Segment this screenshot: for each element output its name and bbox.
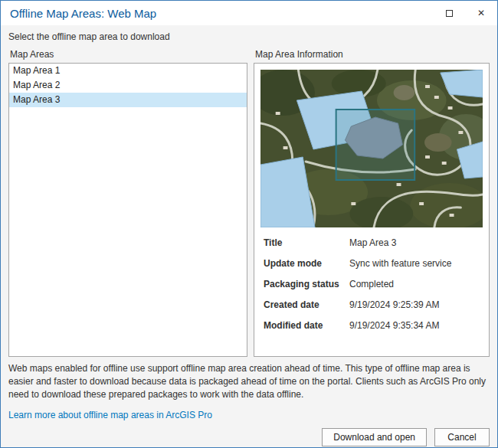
field-title: Title Map Area 3 xyxy=(264,237,480,248)
field-packaging-status-label: Packaging status xyxy=(264,279,349,289)
list-item-map-area-3[interactable]: Map Area 3 xyxy=(9,93,247,107)
info-fields: Title Map Area 3 Update mode Sync with f… xyxy=(260,237,483,331)
dialog-title: Offline Map Areas: Web Map xyxy=(10,7,156,20)
dialog-body: Select the offline map area to download … xyxy=(1,25,497,446)
field-created-date-label: Created date xyxy=(264,299,349,310)
field-update-mode-label: Update mode xyxy=(264,258,349,269)
cancel-button[interactable]: Cancel xyxy=(434,428,490,446)
list-item-map-area-1[interactable]: Map Area 1 xyxy=(9,64,247,78)
map-area-info-panel: Title Map Area 3 Update mode Sync with f… xyxy=(254,63,490,357)
map-area-info-column: Map Area Information xyxy=(254,49,490,357)
field-update-mode-value: Sync with feature service xyxy=(349,258,451,269)
field-title-label: Title xyxy=(264,237,349,248)
field-created-date: Created date 9/19/2024 9:25:39 AM xyxy=(264,299,480,310)
field-title-value: Map Area 3 xyxy=(349,237,396,248)
button-row: Download and open Cancel xyxy=(8,428,490,446)
maximize-icon xyxy=(446,10,453,17)
instruction-text: Select the offline map area to download xyxy=(8,31,490,42)
field-created-date-value: 9/19/2024 9:25:39 AM xyxy=(349,299,439,310)
map-areas-column: Map Areas Map Area 1 Map Area 2 Map Area… xyxy=(8,49,247,357)
download-and-open-button[interactable]: Download and open xyxy=(322,428,427,446)
maximize-button[interactable] xyxy=(433,1,465,25)
map-areas-list[interactable]: Map Area 1 Map Area 2 Map Area 3 xyxy=(8,63,247,357)
map-thumbnail xyxy=(260,70,483,227)
titlebar: Offline Map Areas: Web Map ✕ xyxy=(1,1,497,25)
field-modified-date-label: Modified date xyxy=(264,320,349,331)
field-modified-date: Modified date 9/19/2024 9:35:34 AM xyxy=(264,320,480,331)
panels: Map Areas Map Area 1 Map Area 2 Map Area… xyxy=(8,49,490,357)
close-button[interactable]: ✕ xyxy=(465,1,497,25)
list-item-map-area-2[interactable]: Map Area 2 xyxy=(9,78,247,93)
field-modified-date-value: 9/19/2024 9:35:34 AM xyxy=(349,320,439,331)
offline-description: Web maps enabled for offline use support… xyxy=(8,362,490,401)
field-packaging-status-value: Completed xyxy=(349,279,394,289)
titlebar-buttons: ✕ xyxy=(433,1,497,25)
map-areas-header: Map Areas xyxy=(10,49,247,60)
field-update-mode: Update mode Sync with feature service xyxy=(264,258,480,269)
learn-more-link[interactable]: Learn more about offline map areas in Ar… xyxy=(8,410,212,420)
field-packaging-status: Packaging status Completed xyxy=(264,279,480,289)
map-thumbnail-image xyxy=(260,70,483,227)
dialog-window: Offline Map Areas: Web Map ✕ Select the … xyxy=(0,0,498,448)
map-area-info-header: Map Area Information xyxy=(255,49,490,60)
close-icon: ✕ xyxy=(477,8,485,18)
